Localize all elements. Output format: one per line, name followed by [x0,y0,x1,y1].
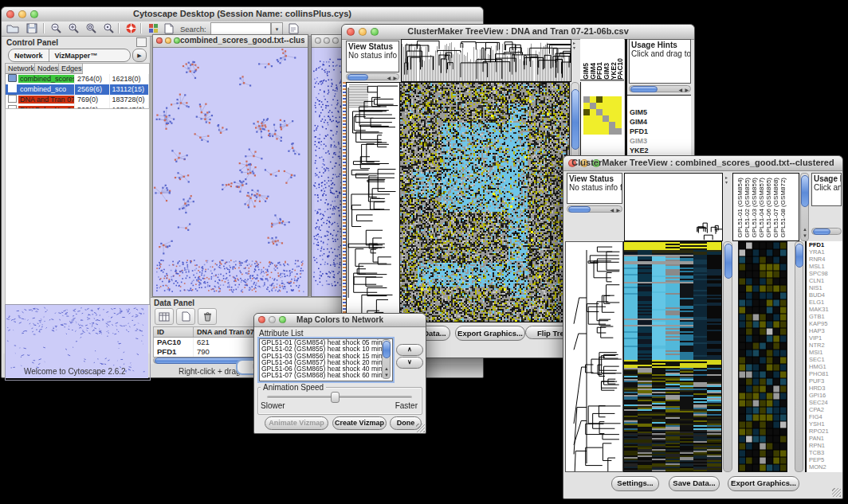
zoom-window-icon[interactable] [332,37,339,44]
cytoscape-titlebar[interactable]: Cytoscape Desktop (Session Name: collins… [2,7,483,22]
treeview1-heatmap[interactable] [399,82,570,322]
col-label[interactable]: PFD1 [596,62,603,80]
col-label[interactable]: PAC10 [617,58,624,80]
gene-label[interactable]: HRD3 [809,385,842,392]
treeview2-titlebar[interactable]: ClusterMaker TreeView : combined_scores_… [563,156,842,171]
col-label[interactable]: GPL51-07 (GSM868) [772,178,779,238]
animate-vizmap-button[interactable]: Animate Vizmap [265,416,328,430]
usage-hints-hscrollbar[interactable] [811,228,842,235]
open-file-icon[interactable] [5,21,21,35]
gene-label[interactable]: PUF3 [809,377,842,385]
tab[interactable]: VizMapper™ [49,49,104,61]
row-dendrogram[interactable] [565,241,623,472]
treeview2-heatmap[interactable] [623,241,722,472]
network-row[interactable]: combined_scores 2764(0) 16218(0) [6,74,149,84]
gene-label[interactable]: GIM3 [630,136,691,146]
save-data-button[interactable]: Save Data... [669,476,720,491]
gene-label[interactable]: CLN1 [809,277,842,284]
gene-label[interactable]: YRA1 [809,248,842,256]
animation-slider-thumb[interactable] [331,392,340,403]
overview-page-icon[interactable] [161,21,177,35]
gene-label[interactable]: SEC24 [809,399,842,406]
gene-label[interactable]: GTB1 [809,313,842,320]
gene-label[interactable]: MSI1 [809,349,842,356]
gene-label[interactable]: NIS1 [809,284,842,291]
scroll-down-icon[interactable]: ▼ [803,232,807,239]
pane-collapse-icon[interactable]: ▸▾ [573,41,575,50]
split-divider[interactable] [805,241,807,472]
col-label[interactable]: GPL51-06 (GSM865) [765,178,772,238]
col-label[interactable]: GPL51-03 (GSM856) [751,178,758,238]
scroll-up-icon[interactable]: ▲ [803,226,807,232]
pane-collapse-icon[interactable]: ▸▾ [725,175,728,185]
zoomed-heatmap[interactable] [738,241,787,472]
zoomed-vscrollbar[interactable] [795,241,803,472]
network-graph-view[interactable] [153,47,308,296]
gene-label[interactable]: GPI16 [809,392,842,399]
scroll-right-icon[interactable]: ▶ [616,207,620,213]
gene-label[interactable]: PFD1 [630,127,691,136]
export-graphics-button[interactable]: Export Graphics... [728,476,799,491]
vizmapper-grid-icon[interactable] [145,21,161,35]
zoom-fit-icon[interactable] [83,21,99,35]
gene-label[interactable]: PFD1 [809,241,842,248]
scroll-up-icon[interactable]: ▲ [384,365,389,372]
gene-label[interactable]: KAP95 [809,320,842,327]
column-dendrogram[interactable] [624,173,723,241]
col-label[interactable]: GPL51-02 (GSM855) [744,178,751,238]
delete-attribute-icon[interactable] [198,308,217,325]
scroll-right-icon[interactable]: ▶ [685,87,689,93]
select-attributes-icon[interactable] [155,308,174,325]
id-column-header[interactable]: ID [154,327,194,337]
col-label[interactable]: GPL51-04 (GSM857) [758,178,765,238]
gene-label[interactable]: GIM5 [630,107,691,117]
gene-label[interactable]: MAK31 [809,306,842,313]
gene-label[interactable]: RNR4 [809,256,842,263]
create-vizmap-button[interactable]: Create Vizmap [332,416,387,430]
scroll-left-icon[interactable]: ◀ [678,87,682,93]
column-labels-vscrollbar[interactable]: ▲ ▼ [800,173,809,241]
view-status-hscrollbar[interactable]: ◀ ▶ [346,73,399,80]
network-row[interactable]: combined_sco 2569(6) 13112(15) [6,84,149,95]
help-lifering-icon[interactable] [123,21,139,35]
search-input[interactable] [210,22,271,35]
scroll-down-icon[interactable]: ▼ [384,372,389,378]
usage-hints-hscrollbar[interactable]: ◀ ▶ [629,85,691,92]
col-label[interactable]: GPL51-08 (GSM872) [779,178,787,238]
gene-label[interactable]: SPC98 [809,270,842,277]
scroll-right-icon[interactable]: ▶ [393,75,397,81]
gene-label[interactable]: GIM4 [630,117,691,127]
tab[interactable]: Network [9,49,49,61]
treeview1-titlebar[interactable]: ClusterMaker TreeView : DNA and Tran 07-… [342,25,694,40]
gene-label[interactable]: CPA2 [809,406,842,413]
mini-heatmap[interactable] [583,96,622,135]
gene-label[interactable]: PEP5 [809,456,842,463]
save-icon[interactable] [24,21,40,35]
gene-label[interactable]: ELG1 [809,299,842,306]
gene-label[interactable]: RPO21 [809,428,842,435]
heatmap-vscrollbar[interactable] [723,241,732,472]
close-icon[interactable] [315,37,321,44]
minimize-icon[interactable] [324,37,330,44]
network-row[interactable]: DNA and Tran 07 769(0) 183728(0) [6,95,149,105]
gene-label[interactable]: FIG4 [809,413,842,420]
gene-label[interactable]: HAP3 [809,327,842,334]
attribute-item[interactable]: GPL51-07 (GSM868) heat shock 60 min [260,372,392,378]
minimize-icon[interactable] [165,37,171,44]
gene-label[interactable]: RPN1 [809,442,842,449]
scroll-left-icon[interactable]: ◀ [610,207,614,213]
attribute-list-vscrollbar[interactable]: ▲ ▼ [382,339,391,379]
zoom-selected-icon[interactable] [100,21,116,35]
animation-slider-track[interactable] [267,396,412,399]
export-graphics-button[interactable]: Export Graphics... [455,326,525,341]
gene-label[interactable]: TCB3 [809,449,842,456]
resize-grip[interactable] [416,424,425,432]
col-label[interactable]: GPL51-01 (GSM854) [736,178,744,238]
gene-label[interactable]: YSH1 [809,420,842,428]
resize-grip[interactable] [832,488,841,497]
gene-label[interactable]: BUD4 [809,291,842,299]
gene-label[interactable]: VIP1 [809,334,842,342]
gene-label[interactable]: PAN1 [809,435,842,442]
gene-label[interactable]: PHO81 [809,370,842,377]
float-panel-icon[interactable] [136,37,147,47]
